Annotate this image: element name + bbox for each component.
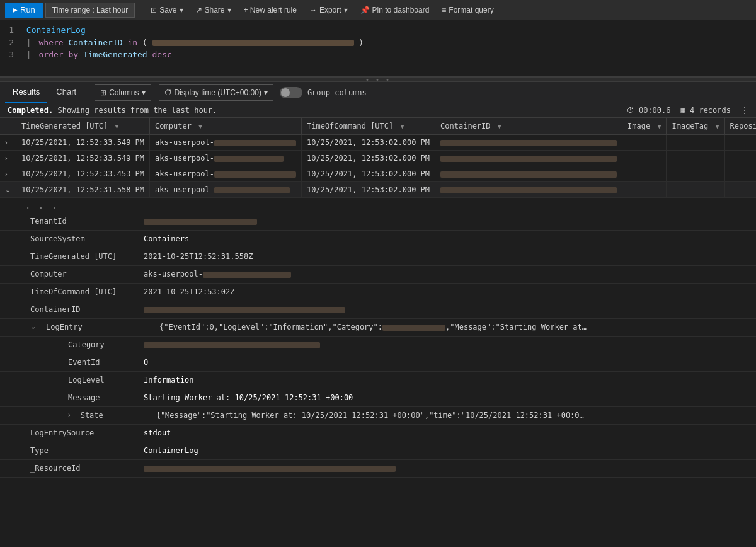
- cell-time-of-command: 10/25/2021, 12:53:02.000 PM: [302, 151, 435, 166]
- table-row: › 10/25/2021, 12:52:33.549 PM aks-userpo…: [0, 135, 756, 151]
- query-where-kw: where: [38, 38, 63, 47]
- export-button[interactable]: → Export ▾: [304, 3, 353, 18]
- row-expand-button[interactable]: ›: [5, 154, 8, 162]
- tab-results[interactable]: Results: [5, 82, 47, 103]
- cell-image-tag: [667, 151, 724, 166]
- detail-row-category: Category: [0, 337, 756, 354]
- col-computer[interactable]: Computer ▼: [150, 118, 302, 135]
- status-settings-icon[interactable]: ⋮: [741, 106, 748, 115]
- export-chevron-icon: ▾: [344, 6, 348, 14]
- query-editor[interactable]: 1 ContainerLog 2 | where ContainerID in …: [0, 20, 756, 77]
- detail-row-logentrysource: LogEntrySource stdout: [0, 425, 756, 442]
- main-toolbar: ▶ Run Time range : Last hour ⊡ Save ▾ ↗ …: [0, 0, 756, 20]
- query-line-3: 3 | order by TimeGenerated desc: [5, 49, 751, 61]
- row-expand-button[interactable]: ›: [5, 139, 8, 146]
- detail-val-resourceid: [139, 460, 401, 476]
- cell-computer: aks-userpool-: [150, 135, 302, 151]
- computer-detail-redacted: [203, 272, 291, 278]
- time-range-button[interactable]: Time range : Last hour: [45, 3, 135, 18]
- results-bar: Results Chart ⊞ Columns ▾ ⏱ Display time…: [0, 82, 756, 103]
- detail-key-loglevel: LogLevel: [63, 372, 139, 388]
- query-resize-handle[interactable]: • • •: [0, 77, 756, 82]
- cell-time-of-command: 10/25/2021, 12:53:02.000 PM: [302, 166, 435, 182]
- col-image[interactable]: Image ▼: [622, 118, 667, 135]
- run-button[interactable]: ▶ Run: [5, 3, 43, 18]
- col-container-id[interactable]: ContainerID ▼: [435, 118, 622, 135]
- containerid-redacted: [440, 187, 617, 193]
- col-image-tag[interactable]: ImageTag ▼: [667, 118, 724, 135]
- filter-toc-icon[interactable]: ▼: [401, 123, 404, 130]
- status-right: ⏱ 00:00.6 ▦ 4 records ⋮: [627, 106, 748, 115]
- detail-row-sourcesystem: SourceSystem Containers: [0, 231, 756, 248]
- col-repository[interactable]: Repository: [724, 118, 756, 135]
- cell-computer: aks-userpool-: [150, 166, 302, 182]
- state-expand-button[interactable]: ›: [63, 407, 76, 422]
- filter-image-icon[interactable]: ▼: [657, 123, 661, 130]
- detail-key-state: State: [76, 407, 151, 423]
- detail-key-type: Type: [25, 442, 139, 459]
- resourceid-redacted: [144, 466, 396, 472]
- cell-image: [622, 135, 667, 151]
- tab-separator: [89, 86, 89, 99]
- detail-row-timegenerated: TimeGenerated [UTC] 2021-10-25T12:52:31.…: [0, 248, 756, 266]
- row-expand-button[interactable]: ›: [5, 170, 8, 178]
- detail-key-timeofcommand: TimeOfCommand [UTC]: [25, 284, 139, 300]
- tab-chart[interactable]: Chart: [49, 82, 84, 103]
- pin-button[interactable]: 📌 Pin to dashboard: [355, 3, 435, 18]
- detail-row-resourceid: _ResourceId: [0, 460, 756, 478]
- play-icon: ▶: [13, 6, 18, 13]
- row-collapse-button[interactable]: ⌄: [5, 186, 11, 194]
- detail-row-tenantid: TenantId: [0, 213, 756, 231]
- toggle-knob: [281, 88, 290, 97]
- save-button[interactable]: ⊡ Save ▾: [146, 3, 188, 18]
- detail-row-loglevel: LogLevel Information: [0, 372, 756, 389]
- containerid-redacted: [440, 140, 617, 146]
- category-redacted: [144, 342, 320, 348]
- columns-button[interactable]: ⊞ Columns ▾: [94, 84, 151, 101]
- detail-row-logentry: ⌄ LogEntry {"EventId":0,"LogLevel":"Info…: [0, 319, 756, 337]
- format-query-button[interactable]: ≡ Format query: [437, 3, 498, 18]
- filter-imagetag-icon[interactable]: ▼: [716, 123, 719, 130]
- status-records: ▦ 4 records: [681, 106, 731, 115]
- filter-time-icon[interactable]: ▼: [115, 123, 119, 130]
- share-button[interactable]: ↗ Share ▾: [191, 3, 236, 18]
- containerid-detail-redacted: [144, 307, 345, 313]
- save-icon: ⊡: [151, 6, 157, 14]
- cell-time-of-command: 10/25/2021, 12:53:02.000 PM: [302, 135, 435, 151]
- share-chevron-icon: ▾: [227, 6, 231, 14]
- detail-row-type: Type ContainerLog: [0, 442, 756, 460]
- display-time-button[interactable]: ⏱ Display time (UTC+00:00) ▾: [159, 84, 273, 101]
- query-order-kw: order by: [38, 50, 78, 59]
- results-container[interactable]: TimeGenerated [UTC] ▼ Computer ▼ TimeOfC…: [0, 118, 756, 547]
- detail-val-type: ContainerLog: [139, 442, 203, 459]
- detail-key-logentry: LogEntry: [41, 319, 154, 335]
- detail-row-eventid: EventId 0: [0, 354, 756, 372]
- group-columns-toggle[interactable]: [280, 87, 302, 98]
- col-time-generated[interactable]: TimeGenerated [UTC] ▼: [16, 118, 150, 135]
- table-header-row: TimeGenerated [UTC] ▼ Computer ▼ TimeOfC…: [0, 118, 756, 135]
- filter-cid-icon[interactable]: ▼: [498, 123, 501, 130]
- detail-dots: . . .: [0, 198, 756, 213]
- detail-key-message: Message: [63, 389, 139, 406]
- detail-key-resourceid: _ResourceId: [25, 460, 139, 476]
- query-table-name: ContainerLog: [26, 25, 86, 35]
- detail-val-containerid: [139, 301, 350, 318]
- col-time-of-command[interactable]: TimeOfCommand [UTC] ▼: [302, 118, 435, 135]
- time-range-label: Time range : Last hour: [52, 6, 128, 14]
- cell-image: [622, 182, 667, 198]
- cell-image: [622, 151, 667, 166]
- detail-row-containerid: ContainerID: [0, 301, 756, 319]
- detail-key-tenantid: TenantId: [25, 213, 139, 229]
- expand-header: [0, 118, 16, 135]
- detail-key-sourcesystem: SourceSystem: [25, 231, 139, 247]
- containerid-redacted: [440, 171, 617, 178]
- new-alert-button[interactable]: + New alert rule: [239, 3, 302, 18]
- logentry-expand-button[interactable]: ⌄: [25, 319, 41, 335]
- cell-repository: [724, 135, 756, 151]
- cell-image-tag: [667, 166, 724, 182]
- cell-container-id: [435, 166, 622, 182]
- computer-redacted: [214, 156, 284, 162]
- status-text: Completed. Showing results from the last…: [8, 106, 217, 115]
- filter-computer-icon[interactable]: ▼: [198, 123, 202, 130]
- query-desc-kw: desc: [152, 50, 172, 59]
